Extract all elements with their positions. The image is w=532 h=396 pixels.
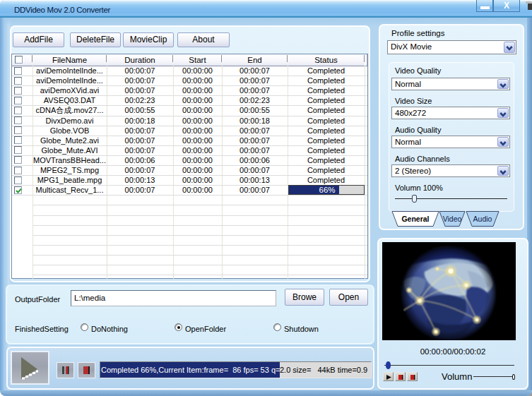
svg-text:Audio: Audio (473, 215, 492, 223)
svg-text:Video: Video (443, 215, 462, 223)
svg-text:General: General (401, 215, 429, 223)
